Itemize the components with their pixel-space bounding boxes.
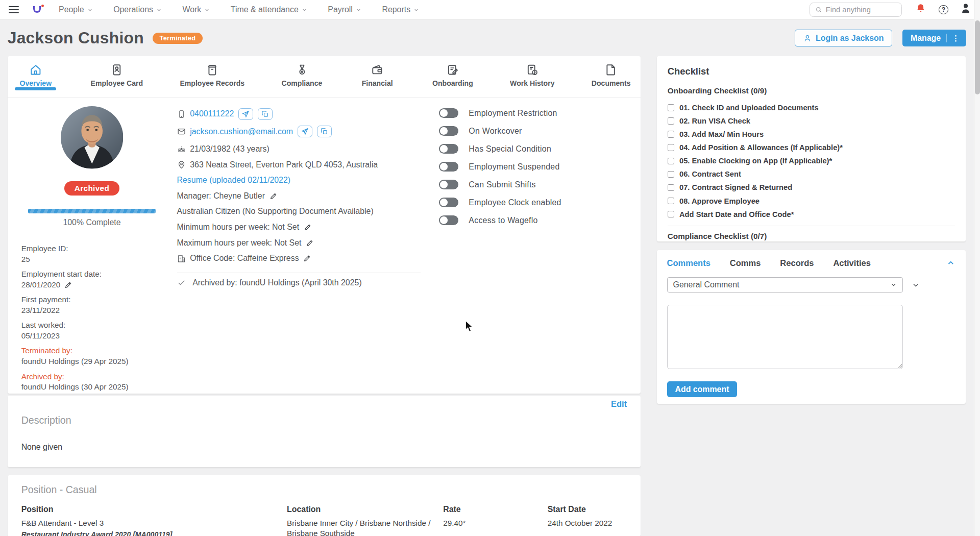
tab-documents[interactable]: Documents [592,56,631,98]
copy-phone-button[interactable] [258,108,273,120]
nav-item-work[interactable]: Work [182,5,210,14]
tab-label: Onboarding [432,79,473,87]
edit-pencil-icon[interactable] [303,254,311,262]
description-body: None given [21,443,62,452]
tab-compliance[interactable]: Compliance [282,56,323,98]
checkbox[interactable] [668,184,674,191]
employee-clock-toggle[interactable] [439,198,458,208]
position-table: Position F&B Attendant - Level 3 Restaur… [21,505,628,536]
tab-records[interactable]: Records [780,258,814,269]
expand-chevron-down-icon[interactable] [911,281,920,289]
edit-pencil-icon[interactable] [64,281,72,289]
nav-item-people[interactable]: People [59,5,93,14]
field-value: foundU Holdings (29 Apr 2025) [21,356,129,367]
nav-item-payroll[interactable]: Payroll [328,5,361,14]
search-input[interactable] [826,6,897,14]
resume-row: Resume (uploaded 02/11/2022) [177,173,433,188]
can-submit-shifts-toggle[interactable] [439,180,458,190]
hamburger-menu-icon[interactable] [9,6,19,14]
birthday-text: 21/03/1982 (43 years) [190,144,270,154]
paper-plane-icon [301,128,309,135]
email-link[interactable]: jackson.cushion@email.com [190,127,293,136]
copy-email-button[interactable] [317,126,332,137]
tab-employee-card[interactable]: Employee Card [91,56,143,98]
field-first-payment: First payment: 23/11/2022 [21,295,177,316]
tab-activities[interactable]: Activities [833,258,870,269]
column-header-position: Position [21,505,287,514]
tab-comments[interactable]: Comments [667,258,710,269]
checkbox[interactable] [668,144,674,151]
envelope-icon [177,127,186,136]
comment-textarea[interactable] [667,305,903,369]
manage-button[interactable]: Manage ⋮ [902,30,966,46]
foundu-logo-icon[interactable] [33,4,44,15]
chevron-down-icon [87,7,93,13]
file-icon [604,63,618,77]
edit-pencil-icon[interactable] [304,223,312,231]
edit-pencil-icon[interactable] [306,239,314,247]
toggle-label: Employee Clock enabled [469,198,561,207]
checkbox[interactable] [668,131,674,137]
toggle-label: Access to Wageflo [469,216,537,225]
has-special-condition-toggle[interactable] [439,144,458,154]
tab-onboarding[interactable]: Onboarding [432,56,473,98]
tab-employee-records[interactable]: Employee Records [180,56,244,98]
access-wageflo-toggle[interactable] [439,215,458,226]
nav-item-reports[interactable]: Reports [382,5,419,14]
notifications-bell-icon[interactable] [916,3,926,16]
field-value: 25 [21,254,30,265]
resume-link[interactable]: Resume (uploaded 02/11/2022) [177,176,291,185]
user-avatar-icon[interactable] [960,2,971,17]
field-employment-start-date: Employment start date: 28/01/2020 [21,269,177,290]
phone-row: 0400111222 [177,106,433,122]
tab-work-history[interactable]: Work History [510,56,554,98]
checklist-item: 01. Check ID and Uploaded Documents [668,101,955,114]
checkbox[interactable] [668,211,674,217]
email-row: jackson.cushion@email.com [177,124,433,139]
field-label: Terminated by: [21,346,177,356]
checkbox[interactable] [668,198,674,204]
archive-box-icon [206,63,219,77]
help-icon[interactable]: ? [939,5,948,14]
send-email-button[interactable] [298,126,312,137]
employment-suspended-toggle[interactable] [439,162,458,172]
edit-pencil-icon[interactable] [270,192,278,200]
page-header: Jackson Cushion Terminated Login as Jack… [8,25,966,51]
phone-link[interactable]: 0400111222 [190,109,234,118]
checkbox[interactable] [668,158,674,164]
comment-type-select[interactable]: General Comment [667,277,903,293]
tab-financial[interactable]: Financial [359,56,396,98]
manage-more-icon[interactable]: ⋮ [946,34,960,42]
on-workcover-toggle[interactable] [439,126,458,136]
archived-note-row: Archived by: foundU Holdings (April 30th… [177,278,433,287]
nav-item-operations[interactable]: Operations [113,5,162,14]
toggle-label: Has Special Condition [469,144,551,154]
field-label: Archived by: [21,372,177,382]
page-scrollbar[interactable] [974,0,980,536]
description-edit-link[interactable]: Edit [611,399,627,409]
collapse-panel-chevron-up-icon[interactable] [946,259,956,267]
tab-comms[interactable]: Comms [730,258,761,269]
header-actions: Login as Jackson Manage ⋮ [795,30,966,46]
birthday-cake-icon [177,144,186,153]
nav-item-time-attendance[interactable]: Time & attendance [231,5,307,14]
checkbox[interactable] [668,171,674,178]
address-row: 363 Neata Street, Everton Park QLD 4053,… [177,157,433,173]
checkbox[interactable] [668,117,674,124]
position-name: F&B Attendant - Level 3 [21,519,104,527]
send-sms-button[interactable] [238,108,253,120]
login-as-employee-button[interactable]: Login as Jackson [795,30,893,46]
tab-overview[interactable]: Overview [17,56,54,98]
chevron-down-icon [156,7,162,13]
employment-restriction-toggle[interactable] [439,108,458,118]
checklist-item-label: 08. Approve Employee [679,197,760,205]
checkbox[interactable] [668,104,674,111]
field-last-worked: Last worked: 05/11/2023 [21,320,177,342]
scrollbar-thumb[interactable] [975,20,980,94]
position-cell: F&B Attendant - Level 3 Restaurant Indus… [21,518,287,536]
field-label: Last worked: [21,320,177,331]
global-search [810,3,902,17]
add-comment-button[interactable]: Add comment [667,381,738,397]
toggle-row-employment-suspended: Employment Suspended [439,162,633,172]
comment-type-row: General Comment [667,277,956,293]
